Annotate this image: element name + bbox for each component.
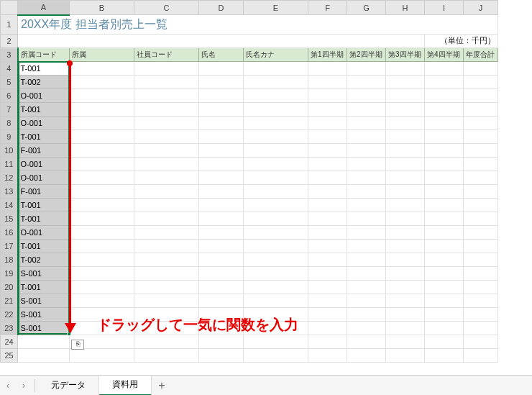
row-header[interactable]: 12 xyxy=(1,171,18,184)
code-cell[interactable]: O-001 xyxy=(18,116,70,130)
cell[interactable] xyxy=(386,143,425,157)
row-header[interactable]: 21 xyxy=(1,294,18,307)
cell[interactable] xyxy=(347,130,386,143)
cell[interactable] xyxy=(386,102,425,116)
cell[interactable] xyxy=(244,88,308,102)
cell[interactable] xyxy=(347,280,386,294)
cell[interactable] xyxy=(199,335,244,348)
code-cell[interactable]: S-001 xyxy=(18,266,70,280)
cell[interactable] xyxy=(425,143,464,157)
cell[interactable] xyxy=(425,75,464,88)
header-cell[interactable]: 所属コード xyxy=(18,47,70,61)
cell[interactable] xyxy=(425,184,464,198)
cell[interactable] xyxy=(425,239,464,253)
header-cell[interactable]: 所属 xyxy=(70,47,134,61)
cell[interactable] xyxy=(244,198,308,212)
cell[interactable] xyxy=(199,88,244,102)
row-header[interactable]: 8 xyxy=(1,116,18,130)
cell[interactable] xyxy=(386,184,425,198)
cell[interactable] xyxy=(308,130,347,143)
cell[interactable] xyxy=(244,184,308,198)
row-header[interactable]: 20 xyxy=(1,280,18,294)
cell[interactable] xyxy=(244,130,308,143)
cell[interactable] xyxy=(347,102,386,116)
cell[interactable] xyxy=(244,225,308,239)
cell[interactable] xyxy=(134,294,199,307)
cell[interactable] xyxy=(308,198,347,212)
row-header[interactable]: 13 xyxy=(1,184,18,198)
cell[interactable] xyxy=(308,212,347,225)
cell[interactable] xyxy=(464,212,498,225)
cell[interactable] xyxy=(70,280,134,294)
row-header[interactable]: 6 xyxy=(1,88,18,102)
cell[interactable] xyxy=(425,61,464,75)
cell[interactable] xyxy=(308,102,347,116)
cell[interactable] xyxy=(386,88,425,102)
cell[interactable] xyxy=(425,266,464,280)
cell[interactable] xyxy=(70,116,134,130)
cell[interactable] xyxy=(199,184,244,198)
cell[interactable] xyxy=(425,116,464,130)
cell[interactable] xyxy=(308,225,347,239)
cell[interactable] xyxy=(464,335,498,348)
cell[interactable] xyxy=(425,253,464,266)
row-header[interactable]: 22 xyxy=(1,307,18,321)
cell[interactable] xyxy=(244,116,308,130)
code-cell[interactable]: T-002 xyxy=(18,75,70,88)
add-sheet-button[interactable]: + xyxy=(152,379,172,392)
cell[interactable] xyxy=(134,143,199,157)
cell[interactable] xyxy=(134,280,199,294)
cell[interactable] xyxy=(199,157,244,171)
col-header-E[interactable]: E xyxy=(244,1,308,15)
cell[interactable] xyxy=(244,280,308,294)
row-header[interactable]: 14 xyxy=(1,198,18,212)
row-header[interactable]: 18 xyxy=(1,253,18,266)
cell[interactable] xyxy=(347,212,386,225)
cell[interactable] xyxy=(244,266,308,280)
cell[interactable] xyxy=(347,294,386,307)
cell[interactable] xyxy=(70,294,134,307)
cell[interactable] xyxy=(464,198,498,212)
cell[interactable] xyxy=(199,102,244,116)
code-cell[interactable]: T-002 xyxy=(18,253,70,266)
cell[interactable] xyxy=(347,239,386,253)
unit-label[interactable]: （単位：千円） xyxy=(425,34,498,47)
col-header-D[interactable]: D xyxy=(199,1,244,15)
cell[interactable] xyxy=(199,116,244,130)
cell[interactable] xyxy=(386,75,425,88)
cell[interactable] xyxy=(244,75,308,88)
cell[interactable] xyxy=(199,75,244,88)
cell[interactable] xyxy=(464,239,498,253)
code-cell[interactable]: T-001 xyxy=(18,61,70,75)
code-cell[interactable]: T-001 xyxy=(18,239,70,253)
header-cell[interactable]: 第4四半期 xyxy=(425,47,464,61)
cell[interactable] xyxy=(308,253,347,266)
col-header-H[interactable]: H xyxy=(386,1,425,15)
cell[interactable] xyxy=(464,348,498,362)
cell[interactable] xyxy=(199,198,244,212)
cell[interactable] xyxy=(347,116,386,130)
cell[interactable] xyxy=(386,225,425,239)
cell[interactable] xyxy=(386,253,425,266)
col-header-I[interactable]: I xyxy=(425,1,464,15)
cell[interactable] xyxy=(244,253,308,266)
cell[interactable] xyxy=(134,102,199,116)
cell[interactable] xyxy=(134,239,199,253)
cell[interactable] xyxy=(464,130,498,143)
cell[interactable] xyxy=(347,61,386,75)
cell[interactable] xyxy=(347,266,386,280)
tab-material[interactable]: 資料用 xyxy=(99,376,152,396)
cell[interactable] xyxy=(244,157,308,171)
cell[interactable] xyxy=(70,88,134,102)
cell[interactable] xyxy=(386,335,425,348)
code-cell[interactable]: O-001 xyxy=(18,157,70,171)
cell[interactable] xyxy=(464,225,498,239)
cell[interactable] xyxy=(134,253,199,266)
cell[interactable] xyxy=(425,307,464,321)
cell[interactable] xyxy=(386,116,425,130)
code-cell[interactable]: T-001 xyxy=(18,130,70,143)
cell[interactable] xyxy=(464,75,498,88)
row-header-3[interactable]: 3 xyxy=(1,47,18,61)
header-cell[interactable]: 氏名カナ xyxy=(244,47,308,61)
cell[interactable] xyxy=(70,157,134,171)
